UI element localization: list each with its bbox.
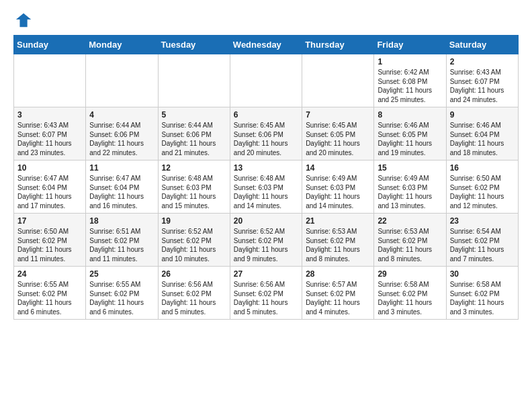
day-info: Sunrise: 6:57 AM Sunset: 6:02 PM Dayligh…	[306, 280, 370, 316]
calendar-cell: 1Sunrise: 6:42 AM Sunset: 6:08 PM Daylig…	[374, 54, 446, 107]
day-info: Sunrise: 6:55 AM Sunset: 6:02 PM Dayligh…	[17, 280, 82, 316]
calendar-cell	[230, 54, 302, 107]
weekday-thursday: Thursday	[302, 36, 374, 54]
calendar-cell: 19Sunrise: 6:52 AM Sunset: 6:02 PM Dayli…	[158, 214, 230, 267]
calendar-cell	[86, 54, 158, 107]
week-row-3: 10Sunrise: 6:47 AM Sunset: 6:04 PM Dayli…	[14, 161, 519, 214]
day-number: 26	[162, 269, 226, 279]
calendar-cell: 15Sunrise: 6:49 AM Sunset: 6:03 PM Dayli…	[374, 161, 446, 214]
day-number: 24	[17, 269, 82, 279]
day-number: 9	[450, 110, 515, 120]
calendar-header: SundayMondayTuesdayWednesdayThursdayFrid…	[14, 36, 519, 54]
day-info: Sunrise: 6:58 AM Sunset: 6:02 PM Dayligh…	[378, 280, 442, 316]
calendar-cell	[14, 54, 86, 107]
day-info: Sunrise: 6:47 AM Sunset: 6:04 PM Dayligh…	[89, 174, 154, 210]
day-number: 25	[89, 269, 154, 279]
day-number: 10	[17, 163, 82, 173]
day-info: Sunrise: 6:43 AM Sunset: 6:07 PM Dayligh…	[17, 121, 82, 157]
day-info: Sunrise: 6:47 AM Sunset: 6:04 PM Dayligh…	[17, 174, 82, 210]
day-number: 12	[162, 163, 226, 173]
calendar-cell	[302, 54, 374, 107]
calendar-cell: 11Sunrise: 6:47 AM Sunset: 6:04 PM Dayli…	[86, 161, 158, 214]
day-info: Sunrise: 6:48 AM Sunset: 6:03 PM Dayligh…	[162, 174, 226, 210]
calendar-cell: 23Sunrise: 6:54 AM Sunset: 6:02 PM Dayli…	[446, 214, 518, 267]
calendar-cell: 25Sunrise: 6:55 AM Sunset: 6:02 PM Dayli…	[86, 267, 158, 320]
calendar-cell: 21Sunrise: 6:53 AM Sunset: 6:02 PM Dayli…	[302, 214, 374, 267]
day-number: 1	[378, 57, 442, 66]
day-info: Sunrise: 6:52 AM Sunset: 6:02 PM Dayligh…	[234, 227, 298, 263]
day-number: 15	[378, 163, 442, 173]
day-number: 17	[17, 216, 82, 226]
day-info: Sunrise: 6:55 AM Sunset: 6:02 PM Dayligh…	[89, 280, 154, 316]
calendar-cell: 13Sunrise: 6:48 AM Sunset: 6:03 PM Dayli…	[230, 161, 302, 214]
calendar-cell: 5Sunrise: 6:44 AM Sunset: 6:06 PM Daylig…	[158, 107, 230, 161]
day-number: 28	[306, 269, 370, 279]
calendar-cell: 18Sunrise: 6:51 AM Sunset: 6:02 PM Dayli…	[86, 214, 158, 267]
day-info: Sunrise: 6:45 AM Sunset: 6:05 PM Dayligh…	[306, 121, 370, 157]
day-number: 27	[234, 269, 298, 279]
calendar-cell: 12Sunrise: 6:48 AM Sunset: 6:03 PM Dayli…	[158, 161, 230, 214]
weekday-wednesday: Wednesday	[230, 36, 302, 54]
weekday-header-row: SundayMondayTuesdayWednesdayThursdayFrid…	[14, 36, 519, 54]
calendar-cell: 10Sunrise: 6:47 AM Sunset: 6:04 PM Dayli…	[14, 161, 86, 214]
weekday-saturday: Saturday	[446, 36, 518, 54]
calendar-cell: 7Sunrise: 6:45 AM Sunset: 6:05 PM Daylig…	[302, 107, 374, 161]
day-info: Sunrise: 6:53 AM Sunset: 6:02 PM Dayligh…	[306, 227, 370, 263]
day-info: Sunrise: 6:42 AM Sunset: 6:08 PM Dayligh…	[378, 68, 442, 104]
day-info: Sunrise: 6:52 AM Sunset: 6:02 PM Dayligh…	[162, 227, 226, 263]
calendar-cell	[158, 54, 230, 107]
calendar-cell: 2Sunrise: 6:43 AM Sunset: 6:07 PM Daylig…	[446, 54, 518, 107]
day-number: 6	[234, 110, 298, 120]
calendar-table: SundayMondayTuesdayWednesdayThursdayFrid…	[13, 35, 519, 320]
weekday-friday: Friday	[374, 36, 446, 54]
day-number: 11	[89, 163, 154, 173]
day-number: 4	[89, 110, 154, 120]
calendar-cell: 29Sunrise: 6:58 AM Sunset: 6:02 PM Dayli…	[374, 267, 446, 320]
day-info: Sunrise: 6:54 AM Sunset: 6:02 PM Dayligh…	[450, 227, 515, 263]
logo	[13, 11, 34, 30]
week-row-2: 3Sunrise: 6:43 AM Sunset: 6:07 PM Daylig…	[14, 107, 519, 161]
day-info: Sunrise: 6:50 AM Sunset: 6:02 PM Dayligh…	[17, 227, 82, 263]
logo-icon	[15, 11, 34, 30]
day-number: 2	[450, 57, 515, 66]
calendar-cell: 14Sunrise: 6:49 AM Sunset: 6:03 PM Dayli…	[302, 161, 374, 214]
day-number: 16	[450, 163, 515, 173]
calendar-cell: 30Sunrise: 6:58 AM Sunset: 6:02 PM Dayli…	[446, 267, 518, 320]
calendar-cell: 22Sunrise: 6:53 AM Sunset: 6:02 PM Dayli…	[374, 214, 446, 267]
calendar-cell: 9Sunrise: 6:46 AM Sunset: 6:04 PM Daylig…	[446, 107, 518, 161]
calendar-cell: 28Sunrise: 6:57 AM Sunset: 6:02 PM Dayli…	[302, 267, 374, 320]
day-info: Sunrise: 6:44 AM Sunset: 6:06 PM Dayligh…	[162, 121, 226, 157]
day-info: Sunrise: 6:43 AM Sunset: 6:07 PM Dayligh…	[450, 68, 515, 104]
day-number: 3	[17, 110, 82, 120]
weekday-sunday: Sunday	[14, 36, 86, 54]
day-number: 19	[162, 216, 226, 226]
day-info: Sunrise: 6:58 AM Sunset: 6:02 PM Dayligh…	[450, 280, 515, 316]
weekday-tuesday: Tuesday	[158, 36, 230, 54]
day-info: Sunrise: 6:46 AM Sunset: 6:05 PM Dayligh…	[378, 121, 442, 157]
calendar-cell: 24Sunrise: 6:55 AM Sunset: 6:02 PM Dayli…	[14, 267, 86, 320]
day-info: Sunrise: 6:48 AM Sunset: 6:03 PM Dayligh…	[234, 174, 298, 210]
calendar-cell: 17Sunrise: 6:50 AM Sunset: 6:02 PM Dayli…	[14, 214, 86, 267]
day-number: 7	[306, 110, 370, 120]
calendar-cell: 16Sunrise: 6:50 AM Sunset: 6:02 PM Dayli…	[446, 161, 518, 214]
calendar-cell: 4Sunrise: 6:44 AM Sunset: 6:06 PM Daylig…	[86, 107, 158, 161]
calendar-cell: 20Sunrise: 6:52 AM Sunset: 6:02 PM Dayli…	[230, 214, 302, 267]
calendar-cell: 27Sunrise: 6:56 AM Sunset: 6:02 PM Dayli…	[230, 267, 302, 320]
calendar-cell: 6Sunrise: 6:45 AM Sunset: 6:06 PM Daylig…	[230, 107, 302, 161]
day-info: Sunrise: 6:53 AM Sunset: 6:02 PM Dayligh…	[378, 227, 442, 263]
day-info: Sunrise: 6:49 AM Sunset: 6:03 PM Dayligh…	[306, 174, 370, 210]
calendar-cell: 26Sunrise: 6:56 AM Sunset: 6:02 PM Dayli…	[158, 267, 230, 320]
day-number: 5	[162, 110, 226, 120]
day-number: 29	[378, 269, 442, 279]
day-number: 23	[450, 216, 515, 226]
day-info: Sunrise: 6:51 AM Sunset: 6:02 PM Dayligh…	[89, 227, 154, 263]
week-row-5: 24Sunrise: 6:55 AM Sunset: 6:02 PM Dayli…	[14, 267, 519, 320]
svg-marker-0	[16, 13, 31, 28]
day-number: 20	[234, 216, 298, 226]
calendar-body: 1Sunrise: 6:42 AM Sunset: 6:08 PM Daylig…	[14, 54, 519, 320]
day-info: Sunrise: 6:50 AM Sunset: 6:02 PM Dayligh…	[450, 174, 515, 210]
day-info: Sunrise: 6:44 AM Sunset: 6:06 PM Dayligh…	[89, 121, 154, 157]
calendar-cell: 3Sunrise: 6:43 AM Sunset: 6:07 PM Daylig…	[14, 107, 86, 161]
day-info: Sunrise: 6:56 AM Sunset: 6:02 PM Dayligh…	[162, 280, 226, 316]
day-number: 22	[378, 216, 442, 226]
